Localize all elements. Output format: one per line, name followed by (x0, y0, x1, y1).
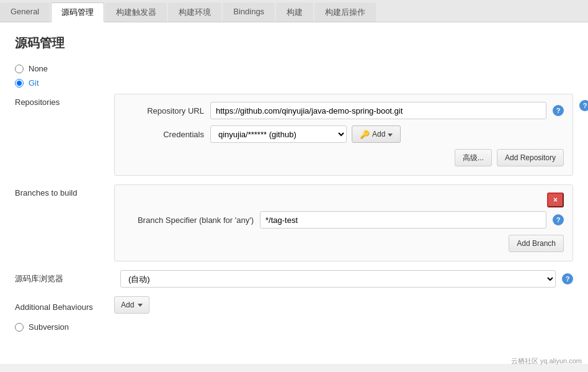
advanced-button[interactable]: 高级... (455, 149, 492, 166)
delete-branch-button[interactable]: × (547, 193, 564, 207)
repo-url-help-icon[interactable]: ? (553, 105, 564, 116)
tab-build[interactable]: 构建 (276, 2, 313, 22)
tab-general[interactable]: General (0, 2, 50, 22)
add-credentials-button[interactable]: 🔑 Add (352, 125, 401, 143)
add-repository-button[interactable]: Add Repository (497, 149, 564, 166)
key-icon: 🔑 (360, 130, 370, 139)
repositories-label: Repositories (15, 94, 114, 107)
watermark: 云栖社区 yq.aliyun.com (511, 356, 582, 366)
branch-specifier-input[interactable] (260, 211, 546, 229)
repositories-help-icon[interactable]: ? (579, 100, 588, 111)
repo-url-row: Repository URL ? (123, 102, 564, 119)
radio-none-input[interactable] (15, 65, 24, 73)
tab-bindings[interactable]: Bindings (223, 2, 275, 22)
radio-subversion-input[interactable] (15, 323, 24, 332)
repo-url-label: Repository URL (123, 106, 204, 116)
branches-label: Branches to build (15, 184, 114, 197)
browser-label: 源码库浏览器 (15, 273, 114, 284)
page-title: 源码管理 (15, 35, 573, 52)
additional-section: Additional Behaviours Add (15, 296, 573, 314)
tab-post[interactable]: 构建后操作 (314, 2, 376, 22)
repositories-section: Repositories Repository URL ? Credential… (15, 94, 573, 176)
credentials-row: Credentials qinyujia/****** (github) 🔑 A… (123, 125, 564, 143)
repo-url-input[interactable] (210, 102, 546, 119)
radio-none-label: None (29, 64, 48, 73)
radio-none[interactable]: None (15, 64, 573, 73)
tab-source[interactable]: 源码管理 (51, 2, 104, 22)
additional-label: Additional Behaviours (15, 299, 114, 312)
branches-section: Branches to build × Branch Specifier (bl… (15, 184, 573, 261)
main-content: 源码管理 None Git Repositories Repository UR… (0, 22, 588, 364)
tab-env[interactable]: 构建环境 (168, 2, 221, 22)
radio-subversion[interactable]: Subversion (15, 322, 573, 332)
repositories-actions: 高级... Add Repository (123, 149, 564, 166)
add-behaviour-caret (138, 304, 143, 307)
delete-btn-row: × (123, 193, 564, 207)
add-branch-button[interactable]: Add Branch (509, 235, 564, 252)
radio-git-input[interactable] (15, 79, 24, 88)
browser-row: 源码库浏览器 (自动) ? (15, 270, 573, 288)
credentials-label: Credentials (123, 130, 204, 139)
credentials-controls: qinyujia/****** (github) 🔑 Add (210, 125, 401, 143)
tabs-bar: General 源码管理 构建触发器 构建环境 Bindings 构建 构建后操… (0, 0, 588, 22)
browser-select[interactable]: (自动) (120, 270, 556, 288)
branch-specifier-row: Branch Specifier (blank for 'any') ? (123, 211, 564, 229)
add-behaviour-label: Add (121, 301, 134, 309)
add-behaviour-button[interactable]: Add (114, 296, 149, 314)
tab-triggers[interactable]: 构建触发器 (105, 2, 167, 22)
radio-git-label: Git (29, 78, 39, 88)
add-cred-caret (388, 130, 393, 138)
radio-git[interactable]: Git (15, 78, 573, 88)
add-cred-label: Add (372, 130, 385, 138)
browser-help-icon[interactable]: ? (562, 273, 573, 284)
credentials-select[interactable]: qinyujia/****** (github) (210, 125, 347, 143)
radio-subversion-label: Subversion (29, 322, 69, 332)
branches-actions: Add Branch (123, 235, 564, 252)
branch-specifier-label: Branch Specifier (blank for 'any') (123, 215, 254, 225)
branches-content: × Branch Specifier (blank for 'any') ? A… (114, 184, 573, 261)
repositories-content: Repository URL ? Credentials qinyujia/**… (114, 94, 573, 176)
branch-specifier-help-icon[interactable]: ? (553, 214, 564, 225)
